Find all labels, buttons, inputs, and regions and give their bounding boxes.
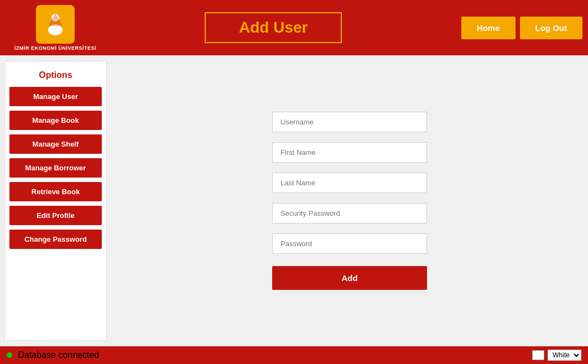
header-title-box: Add User (205, 12, 342, 43)
sidebar-item-manage-user[interactable]: Manage User (9, 87, 102, 106)
sidebar: Options Manage User Manage Book Manage S… (4, 61, 107, 341)
theme-selector: White (532, 350, 581, 361)
sidebar-item-manage-borrower[interactable]: Manage Borrower (9, 158, 102, 178)
sidebar-item-edit-profile[interactable]: Edit Profile (9, 206, 102, 225)
password-field[interactable] (272, 233, 427, 254)
sidebar-item-manage-book[interactable]: Manage Book (9, 111, 102, 130)
logo-text: İZMİR EKONOMİ ÜNİVERSİTESİ (14, 45, 96, 51)
status-text: Database connected (7, 350, 99, 360)
status-dot (7, 352, 12, 358)
security-password-field[interactable] (272, 203, 427, 223)
theme-select[interactable]: White (548, 350, 581, 361)
content-area: Add (111, 55, 588, 346)
statusbar: Database connected White (0, 346, 588, 364)
home-button[interactable]: Home (461, 17, 516, 39)
add-button[interactable]: Add (272, 266, 427, 290)
app-window: – ✕ İZMİR EKONOMİ ÜNİVERSİTESİ Add User … (0, 0, 588, 364)
sidebar-item-change-password[interactable]: Change Password (9, 230, 102, 249)
add-user-form: Add (272, 112, 427, 290)
svg-marker-2 (48, 13, 63, 26)
main-area: Options Manage User Manage Book Manage S… (0, 55, 588, 346)
header-title: Add User (239, 19, 308, 37)
sidebar-item-retrieve-book[interactable]: Retrieve Book (9, 182, 102, 201)
logo-area: İZMİR EKONOMİ ÜNİVERSİTESİ (6, 5, 105, 51)
logo-icon (36, 5, 75, 44)
sidebar-title: Options (9, 66, 102, 87)
sidebar-item-manage-shelf[interactable]: Manage Shelf (9, 134, 102, 154)
lastname-field[interactable] (272, 173, 427, 193)
logo-svg (41, 11, 69, 38)
app-header: İZMİR EKONOMİ ÜNİVERSİTESİ Add User Home… (0, 0, 588, 55)
firstname-field[interactable] (272, 142, 427, 163)
status-label: Database connected (18, 350, 99, 360)
logout-button[interactable]: Log Out (520, 17, 582, 39)
header-buttons: Home Log Out (461, 17, 582, 39)
username-field[interactable] (272, 112, 427, 132)
theme-preview (532, 350, 544, 360)
